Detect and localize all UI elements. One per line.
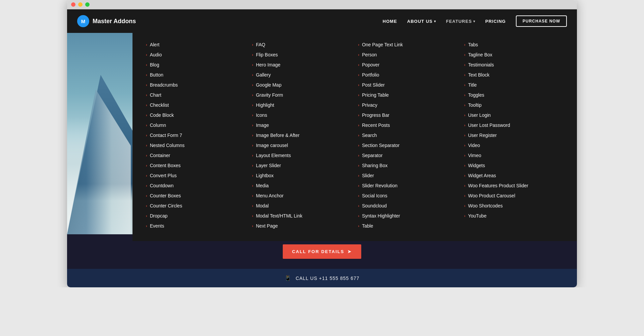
logo[interactable]: M Master Addons — [77, 15, 136, 27]
list-item[interactable]: ›Column — [146, 120, 245, 130]
list-item[interactable]: ›Counter Boxes — [146, 191, 245, 201]
list-item[interactable]: ›Image Before & After — [252, 130, 351, 140]
list-item[interactable]: ›Search — [358, 130, 458, 140]
list-item[interactable]: ›Google Map — [252, 80, 351, 90]
arrow-icon: › — [146, 133, 147, 137]
list-item[interactable]: ›Content Boxes — [146, 160, 245, 171]
list-item[interactable]: ›Separator — [358, 150, 458, 160]
list-item[interactable]: ›Code Block — [146, 110, 245, 120]
list-item[interactable]: ›FAQ — [252, 40, 351, 50]
arrow-icon: › — [252, 83, 253, 87]
about-chevron-icon: ▾ — [434, 19, 436, 23]
list-item[interactable]: ›Tooltip — [464, 100, 564, 110]
list-item[interactable]: ›Chart — [146, 90, 245, 100]
arrow-icon: › — [252, 63, 253, 67]
list-item[interactable]: ›Checklist — [146, 100, 245, 110]
list-item[interactable]: ›Tagline Box — [464, 50, 564, 60]
list-item[interactable]: ›Events — [146, 221, 245, 231]
nav-about[interactable]: ABOUT US ▾ — [407, 19, 436, 24]
list-item[interactable]: ›Woo Shortcodes — [464, 201, 564, 211]
list-item[interactable]: ›Recent Posts — [358, 120, 458, 130]
list-item[interactable]: ›Media — [252, 181, 351, 191]
list-item[interactable]: ›Countdown — [146, 181, 245, 191]
list-item[interactable]: ›Modal Text/HTML Link — [252, 211, 351, 221]
list-item[interactable]: ›Gallery — [252, 70, 351, 80]
arrow-icon: › — [252, 73, 253, 77]
list-item[interactable]: ›Image — [252, 120, 351, 130]
list-item[interactable]: ›Highlight — [252, 100, 351, 110]
list-item[interactable]: ›Menu Anchor — [252, 191, 351, 201]
list-item[interactable]: ›Section Separator — [358, 140, 458, 150]
list-item[interactable]: ›Tabs — [464, 40, 564, 50]
list-item[interactable]: ›Dropcap — [146, 211, 245, 221]
purchase-button[interactable]: PURCHASE NOW — [516, 15, 567, 27]
list-item[interactable]: ›Audio — [146, 50, 245, 60]
list-item[interactable]: ›Next Page — [252, 221, 351, 231]
list-item[interactable]: ›Portfolio — [358, 70, 458, 80]
list-item[interactable]: ›Convert Plus — [146, 171, 245, 181]
list-item[interactable]: ›YouTube — [464, 211, 564, 221]
list-item[interactable]: ›Testimonials — [464, 60, 564, 70]
list-item[interactable]: ›Post Slider — [358, 80, 458, 90]
list-item[interactable]: ›Popover — [358, 60, 458, 70]
arrow-icon: › — [252, 163, 253, 167]
list-item[interactable]: ›One Page Text Link — [358, 40, 458, 50]
list-item[interactable]: ›Contact Form 7 — [146, 130, 245, 140]
list-item[interactable]: ›Title — [464, 80, 564, 90]
list-item[interactable]: ›Video — [464, 140, 564, 150]
list-item[interactable]: ›Image carousel — [252, 140, 351, 150]
list-item[interactable]: ›Blog — [146, 60, 245, 70]
arrow-icon: › — [358, 123, 360, 127]
list-item[interactable]: ›Container — [146, 150, 245, 160]
arrow-icon: › — [358, 133, 360, 137]
list-item[interactable]: ›Hero Image — [252, 60, 351, 70]
list-item[interactable]: ›Widgets — [464, 160, 564, 171]
list-item[interactable]: ›Alert — [146, 40, 245, 50]
logo-text: Master Addons — [93, 18, 136, 25]
list-item[interactable]: ›Progress Bar — [358, 110, 458, 120]
list-item[interactable]: ›Toggles — [464, 90, 564, 100]
list-item[interactable]: ›Table — [358, 221, 458, 231]
nav-features[interactable]: FEATURES ▾ — [446, 19, 475, 24]
list-item[interactable]: ›User Lost Password — [464, 120, 564, 130]
list-item[interactable]: ›Woo Features Product Slider — [464, 181, 564, 191]
minimize-button[interactable] — [78, 2, 83, 7]
list-item[interactable]: ›Button — [146, 70, 245, 80]
list-item[interactable]: ›Social Icons — [358, 191, 458, 201]
arrow-icon: › — [358, 83, 360, 87]
list-item[interactable]: ›Vimeo — [464, 150, 564, 160]
list-item[interactable]: ›Text Block — [464, 70, 564, 80]
maximize-button[interactable] — [85, 2, 90, 7]
list-item[interactable]: ›Sharing Box — [358, 160, 458, 171]
titlebar — [67, 0, 577, 9]
list-item[interactable]: ›Modal — [252, 201, 351, 211]
list-item[interactable]: ›Slider Revolution — [358, 181, 458, 191]
list-item[interactable]: ›Privacy — [358, 100, 458, 110]
nav-pricing[interactable]: PRICING — [485, 19, 506, 24]
list-item[interactable]: ›Icons — [252, 110, 351, 120]
cta-button[interactable]: CALL FOR DETAILS ➤ — [283, 244, 362, 259]
list-item[interactable]: ›User Login — [464, 110, 564, 120]
list-item[interactable]: ›Slider — [358, 171, 458, 181]
list-item[interactable]: ›Woo Product Carousel — [464, 191, 564, 201]
list-item[interactable]: ›Layer Slider — [252, 160, 351, 171]
list-item[interactable]: ›Pricing Table — [358, 90, 458, 100]
close-button[interactable] — [71, 2, 75, 7]
list-item[interactable]: ›Soundcloud — [358, 201, 458, 211]
list-item[interactable]: ›Person — [358, 50, 458, 60]
list-item[interactable]: ›Gravity Form — [252, 90, 351, 100]
arrow-icon: › — [252, 103, 253, 107]
list-item[interactable]: ›Counter Circles — [146, 201, 245, 211]
list-item[interactable]: ›User Register — [464, 130, 564, 140]
arrow-icon: › — [358, 73, 360, 77]
list-item[interactable]: ›Widget Areas — [464, 171, 564, 181]
list-item[interactable]: ›Nested Columns — [146, 140, 245, 150]
nav-home[interactable]: HOME — [383, 19, 397, 24]
list-item[interactable]: ›Layout Elements — [252, 150, 351, 160]
list-item[interactable]: ›Breadcrumbs — [146, 80, 245, 90]
list-item[interactable]: ›Lightbox — [252, 171, 351, 181]
list-item[interactable]: ›Flip Boxes — [252, 50, 351, 60]
list-item[interactable]: ›Syntax Highlighter — [358, 211, 458, 221]
content-area: ›Alert ›Audio ›Blog ›Button ›Breadcrumbs… — [67, 33, 577, 269]
features-chevron-icon: ▾ — [473, 19, 475, 23]
